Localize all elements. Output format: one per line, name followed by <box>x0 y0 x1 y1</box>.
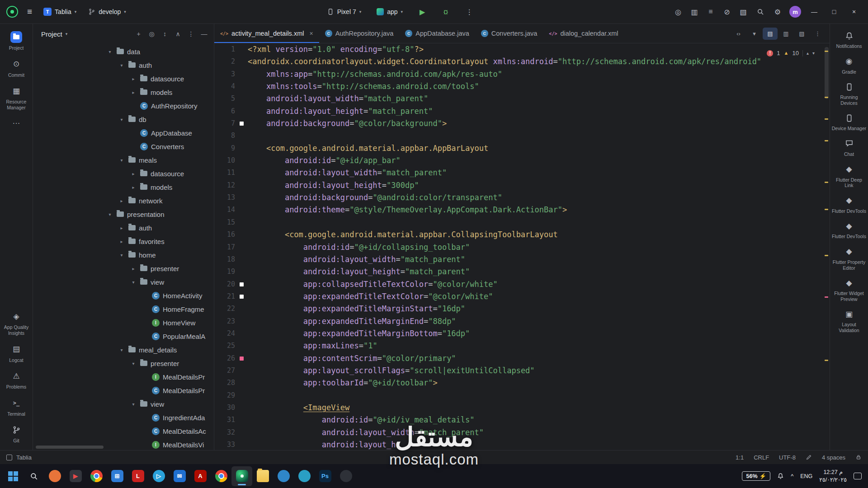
tree-item-auth[interactable]: ▸auth <box>33 221 214 235</box>
code-line[interactable]: 33 android:layout_h <box>214 439 830 450</box>
code-view-icon[interactable]: ▤ <box>763 28 778 40</box>
tool-gradle[interactable]: ◉Gradle <box>831 52 867 78</box>
tool-flutter-property-editor[interactable]: ◆Flutter Property Editor <box>831 243 867 274</box>
line-number[interactable]: 9 <box>214 142 235 155</box>
tree-item-auth[interactable]: ▾auth <box>33 58 214 72</box>
tree-item-homeview[interactable]: IHomeView <box>33 316 214 329</box>
line-number[interactable]: 2 <box>214 56 235 68</box>
code-line[interactable]: 8 <box>214 130 830 142</box>
indent-size[interactable]: 4 spaces <box>822 454 845 461</box>
line-number[interactable]: 13 <box>214 192 235 204</box>
logcat-icon[interactable]: ≡ <box>703 4 719 19</box>
line-number[interactable]: 15 <box>214 216 235 229</box>
taskbar-mail[interactable]: ✉ <box>169 466 190 486</box>
line-number[interactable]: 18 <box>214 253 235 266</box>
code-line[interactable]: 2<androidx.coordinatorlayout.widget.Coor… <box>214 56 830 68</box>
code-line[interactable]: 9 <com.google.android.material.appbar.Ap… <box>214 142 830 155</box>
more-run-actions-button[interactable]: ⋮ <box>461 4 477 19</box>
tree-item-network[interactable]: ▸network <box>33 194 214 207</box>
tool-flutter-devtools[interactable]: ◆Flutter DevTools <box>831 192 867 217</box>
tool-running-devices[interactable]: Running Devices <box>831 78 867 109</box>
tree-item-homeactivity[interactable]: CHomeActivity <box>33 289 214 302</box>
device-selector[interactable]: Pixel 7 ▾ <box>323 6 366 18</box>
taskbar-file-explorer[interactable] <box>252 466 273 486</box>
tree-item-models[interactable]: ▸models <box>33 180 214 194</box>
main-menu-icon[interactable]: ≡ <box>24 6 36 18</box>
tool-flutter-widget-preview[interactable]: ◆Flutter Widget Preview <box>831 274 867 305</box>
taskbar-search-button[interactable] <box>24 466 44 486</box>
tree-item-homefragme[interactable]: CHomeFragme <box>33 302 214 316</box>
code-line[interactable]: 20 app:collapsedTitleTextColor="@color/w… <box>214 278 830 291</box>
taskbar-libreoffice[interactable]: L <box>127 466 148 486</box>
project-panel-title[interactable]: Project <box>41 30 62 38</box>
line-number[interactable]: 12 <box>214 179 235 192</box>
scrollbar-thumb[interactable] <box>825 47 829 99</box>
taskbar-firefox[interactable] <box>44 466 65 486</box>
tree-item-datasource[interactable]: ▸datasource <box>33 72 214 85</box>
action-center-icon[interactable] <box>854 473 862 479</box>
code-line[interactable]: 22 app:expandedTitleMarginStart="16dp" <box>214 303 830 315</box>
taskbar-chrome[interactable] <box>86 466 107 486</box>
minimize-button[interactable]: — <box>805 4 824 20</box>
profiler-icon[interactable]: ⊘ <box>719 4 735 19</box>
tab-converters-java[interactable]: CConverters.java <box>475 24 543 43</box>
tree-item-view[interactable]: ▾view <box>33 397 214 411</box>
line-number[interactable]: 23 <box>214 315 235 328</box>
lock-icon[interactable] <box>855 454 862 460</box>
expand-all-icon[interactable]: ↕ <box>159 28 171 40</box>
code-line[interactable]: 11 android:layout_width="match_parent" <box>214 167 830 179</box>
taskbar-obs[interactable] <box>335 466 356 486</box>
run-config-selector[interactable]: app ▾ <box>373 6 407 18</box>
code-line[interactable]: 21 app:expandedTitleTextColor="@color/wh… <box>214 291 830 303</box>
taskbar-edge[interactable] <box>273 466 294 486</box>
tree-item-presenter[interactable]: ▾presenter <box>33 357 214 370</box>
tree-item-ingredientada[interactable]: CIngredientAda <box>33 411 214 424</box>
taskbar-media-player[interactable]: ▶ <box>65 466 86 486</box>
app-inspection-icon[interactable]: ▧ <box>735 4 751 19</box>
code-line[interactable]: 18 android:layout_width="match_parent" <box>214 253 830 266</box>
code-line[interactable]: 19 android:layout_height="match_parent" <box>214 266 830 278</box>
file-encoding[interactable]: UTF-8 <box>779 454 796 461</box>
options-icon[interactable]: ⋮ <box>185 28 197 40</box>
run-button[interactable]: ▶ <box>414 4 430 19</box>
tab-authrepository-java[interactable]: CAuthRepository.java <box>319 24 400 43</box>
line-number[interactable]: 27 <box>214 365 235 377</box>
locate-file-icon[interactable]: ◎ <box>146 28 158 40</box>
line-number[interactable]: 32 <box>214 427 235 439</box>
debug-button[interactable] <box>438 4 454 19</box>
hidden-icons-button[interactable]: ^ <box>791 473 793 479</box>
more-options-icon[interactable]: ⋮ <box>810 28 825 40</box>
settings-button[interactable]: ⚙ <box>769 4 786 19</box>
tree-item-datasource[interactable]: ▸datasource <box>33 167 214 180</box>
line-number[interactable]: 21 <box>214 291 235 303</box>
tool-layout-validation[interactable]: ▣Layout Validation <box>831 305 867 336</box>
line-number[interactable]: 26 <box>214 352 235 365</box>
tree-item-meals[interactable]: ▾meals <box>33 153 214 167</box>
add-icon[interactable]: + <box>132 28 145 40</box>
line-number[interactable]: 5 <box>214 93 235 105</box>
code-line[interactable]: 17 android:id="@+id/collapsing_toolbar" <box>214 241 830 253</box>
line-number[interactable]: 19 <box>214 266 235 278</box>
project-selector[interactable]: T Tablia ▾ <box>39 5 80 18</box>
user-avatar[interactable]: m <box>789 6 801 18</box>
taskbar-messaging-app[interactable] <box>294 466 315 486</box>
line-number[interactable]: 22 <box>214 303 235 315</box>
clock[interactable]: 12:27 م ٢٥/٠٢/٢٠٢٥ <box>819 469 847 483</box>
tree-item-mealdetailspr[interactable]: IMealDetailsPr <box>33 370 214 384</box>
code-line[interactable]: 6 android:layout_height="match_parent" <box>214 105 830 117</box>
tool-device-manager[interactable]: Device Manager <box>831 109 867 135</box>
tool-app-quality-insights[interactable]: ◈App Quality Insights <box>1 307 32 339</box>
code-line[interactable]: 26 app:contentScrim="@color/primary" <box>214 352 830 365</box>
code-line[interactable]: 16 <com.google.android.material.appbar.C… <box>214 229 830 241</box>
tree-item-db[interactable]: ▾db <box>33 113 214 126</box>
code-line[interactable]: 30 <ImageView <box>214 402 830 414</box>
line-number[interactable]: 20 <box>214 278 235 291</box>
line-number[interactable]: 28 <box>214 377 235 389</box>
hidden-tabs-icon[interactable]: ▾ <box>747 28 762 40</box>
tool-commit[interactable]: ⊙Commit <box>1 55 32 82</box>
line-number[interactable]: 31 <box>214 414 235 426</box>
notification-bell-icon[interactable] <box>777 473 784 479</box>
inspections-widget[interactable]: ! 1 ▲ 10 ▴ ▾ <box>763 46 819 61</box>
line-number[interactable]: 1 <box>214 43 235 56</box>
search-everywhere-button[interactable] <box>752 4 769 19</box>
